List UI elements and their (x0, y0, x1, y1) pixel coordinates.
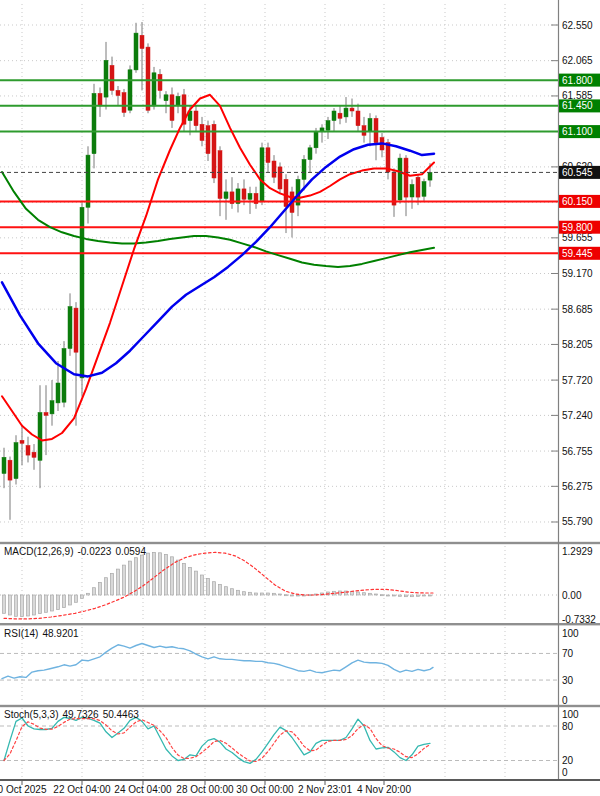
macd-histogram-bar (189, 567, 192, 595)
candle-body (62, 349, 66, 403)
macd-histogram-bar (375, 594, 378, 595)
ma-red (2, 95, 434, 441)
candle-body (140, 35, 144, 48)
resistance-badge-text: 61.450 (562, 100, 593, 111)
price-tick-label: 57.240 (562, 410, 593, 421)
macd-histogram-bar (201, 575, 204, 595)
macd-histogram-bar (21, 595, 24, 617)
macd-axis-label: 1.2929 (562, 546, 593, 557)
macd-label: MACD(12,26,9)-0.02230.0594 (4, 546, 150, 557)
candle-body (332, 111, 336, 121)
rsi-label: RSI(14)48.9201 (4, 628, 83, 639)
candle-body (110, 65, 114, 90)
candle-body (350, 108, 354, 111)
rsi-value: 48.9201 (42, 628, 78, 639)
price-tick-label: 58.685 (562, 304, 593, 315)
macd-histogram-bar (231, 589, 234, 595)
macd-histogram-bar (129, 561, 132, 595)
candle-body (56, 383, 60, 403)
macd-histogram-bar (81, 595, 84, 598)
candle-body (32, 452, 36, 457)
macd-histogram-bar (57, 595, 60, 610)
macd-histogram-bar (3, 595, 6, 613)
candle-body (356, 111, 360, 126)
rsi-axis-label: 70 (562, 648, 574, 659)
macd-histogram-bar (87, 593, 90, 595)
macd-histogram-bar (27, 595, 30, 616)
candle-body (158, 74, 162, 90)
candle-body (176, 96, 180, 105)
candle-body (80, 207, 84, 378)
candle-body (422, 182, 426, 197)
candle-body (326, 121, 330, 131)
candle-body (338, 113, 342, 118)
macd-histogram-bar (69, 595, 72, 605)
candle-body (122, 93, 126, 113)
macd-histogram-bar (393, 595, 396, 596)
macd-histogram-bar (381, 595, 384, 596)
macd-histogram-bar (117, 569, 120, 595)
macd-histogram-bar (9, 595, 12, 615)
candle-body (428, 172, 432, 180)
macd-histogram-bar (33, 595, 36, 615)
candle-body (362, 126, 366, 136)
macd-histogram-bar (297, 595, 300, 596)
rsi-axis-label: 30 (562, 675, 574, 686)
rsi-line (2, 644, 433, 679)
macd-histogram-bar (387, 595, 390, 596)
candle-body (218, 151, 222, 199)
macd-histogram-bar (63, 595, 66, 608)
macd-name: MACD(12,26,9) (4, 546, 73, 557)
stoch-k-line (4, 717, 430, 763)
candle-body (392, 172, 396, 205)
candle-body (68, 307, 72, 349)
candle-body (20, 440, 24, 443)
macd-histogram-bar (237, 590, 240, 595)
rsi-axis-label: 0 (562, 695, 568, 706)
chart-canvas[interactable]: 62.55062.06561.58560.62059.65559.17058.6… (0, 0, 600, 796)
macd-histogram-bar (357, 592, 360, 595)
candle-body (44, 413, 48, 416)
macd-histogram-bar (213, 582, 216, 595)
candle-body (2, 457, 6, 473)
candle-body (260, 148, 264, 202)
macd-histogram-bar (399, 595, 402, 596)
candle-body (266, 148, 270, 163)
price-tick-label: 57.720 (562, 375, 593, 386)
price-tick-label: 59.655 (562, 232, 593, 243)
candle-body (314, 132, 318, 148)
candle-body (404, 158, 408, 197)
macd-histogram-bar (99, 582, 102, 595)
macd-histogram-bar (153, 552, 156, 595)
candle-body (308, 148, 312, 160)
candle-body (38, 413, 42, 461)
candle-body (194, 111, 198, 126)
macd-histogram-bar (417, 595, 420, 596)
macd-histogram-bar (111, 573, 114, 595)
macd-histogram-bar (183, 563, 186, 595)
candle-body (224, 192, 228, 199)
candle-body (302, 160, 306, 180)
candle-body (272, 161, 276, 177)
current-price-badge-text: 60.545 (562, 167, 593, 178)
panel-separator (0, 623, 600, 625)
macd-histogram-bar (105, 578, 108, 595)
time-axis-label: 30 Oct 00:00 (236, 784, 294, 795)
macd-histogram-bar (141, 555, 144, 595)
macd-histogram-bar (219, 584, 222, 595)
price-tick-label: 55.790 (562, 516, 593, 527)
support-badge-text: 59.445 (562, 248, 593, 259)
macd-histogram-bar (261, 593, 264, 595)
macd-histogram-bar (273, 593, 276, 595)
stoch-axis-label: 80 (562, 721, 574, 732)
macd-histogram-bar (225, 587, 228, 595)
macd-histogram-bar (51, 595, 54, 611)
candle-body (398, 158, 402, 200)
price-tick-label: 56.275 (562, 481, 593, 492)
macd-histogram-bar (39, 595, 42, 614)
macd-axis-label: 0.00 (562, 590, 582, 601)
stoch-value-k: 49.7326 (62, 709, 98, 720)
macd-histogram-bar (165, 554, 168, 595)
macd-histogram-bar (285, 595, 288, 596)
macd-histogram-bar (135, 558, 138, 595)
